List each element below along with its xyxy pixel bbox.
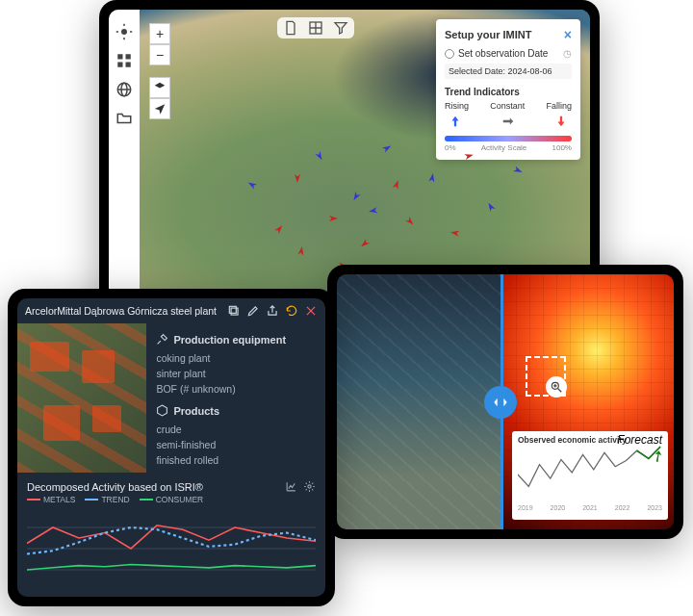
funnel-icon[interactable] <box>333 20 348 36</box>
plant-title: ArcelorMittal Dąbrowa Górnicza steel pla… <box>25 305 217 317</box>
grid-icon[interactable] <box>308 20 323 36</box>
map-marker[interactable] <box>367 204 380 218</box>
settings-icon[interactable] <box>303 480 316 493</box>
arrow-down-icon <box>554 115 568 128</box>
plant-app: ArcelorMittal Dąbrowa Górnicza steel pla… <box>17 298 325 597</box>
products-header: Products <box>156 404 316 417</box>
document-icon[interactable] <box>283 20 298 36</box>
edit-icon[interactable] <box>246 304 260 318</box>
arrow-right-icon <box>501 115 515 128</box>
decomp-header: Decomposed Activity based on ISRI® <box>17 473 325 495</box>
dashboard-icon[interactable] <box>116 52 133 69</box>
product-item: semi-finished <box>156 437 316 452</box>
compare-handle[interactable] <box>484 386 517 419</box>
imint-panel: Setup your IMINT × Set observation Date … <box>436 19 580 160</box>
tablet-compare: Observed economic activity Forecast ➚ 20… <box>327 265 683 539</box>
svg-point-23 <box>308 485 311 488</box>
legend-metals: METALS <box>27 495 75 504</box>
map-top-toolbar <box>277 17 354 38</box>
trend-falling-label: Falling <box>546 101 572 111</box>
swap-horizontal-icon <box>491 393 510 412</box>
decomp-title: Decomposed Activity based on ISRI® <box>27 481 203 493</box>
legend-trend: TREND <box>85 495 129 504</box>
forecast-sparkline <box>518 445 662 504</box>
close-icon[interactable] <box>304 304 318 318</box>
selected-date: Selected Date: 2024-08-06 <box>445 64 572 79</box>
equip-item: coking plant <box>156 350 316 366</box>
map-marker[interactable] <box>449 226 462 240</box>
forecast-chart-card: Observed economic activity Forecast ➚ 20… <box>512 431 668 520</box>
svg-rect-8 <box>126 63 131 67</box>
scale-max: 100% <box>552 143 572 152</box>
scale-label: Activity Scale <box>481 143 527 152</box>
product-item: crude <box>156 422 316 437</box>
radio-icon <box>445 49 454 59</box>
clock-icon: ◷ <box>563 48 572 59</box>
sun-icon[interactable] <box>116 23 133 40</box>
trend-header: Trend Indicators <box>445 87 572 97</box>
forecast-axis: 2019 2020 2021 2022 2023 <box>518 504 662 511</box>
svg-rect-20 <box>229 306 236 313</box>
decomp-chart: METALS TREND CONSUMER <box>17 495 325 597</box>
tablet-plant: ArcelorMittal Dąbrowa Górnicza steel pla… <box>8 289 335 606</box>
focus-region[interactable] <box>526 356 566 397</box>
equipment-header: Production equipment <box>156 333 316 346</box>
legend-consumer: CONSUMER <box>140 495 204 504</box>
trend-constant-label: Constant <box>490 101 525 111</box>
layers-button[interactable] <box>149 77 170 98</box>
plant-satellite-thumbnail[interactable] <box>17 323 146 473</box>
product-item: finished rolled <box>156 452 316 468</box>
equip-item: sinter plant <box>156 366 316 381</box>
folder-icon[interactable] <box>116 110 133 127</box>
imint-title: Setup your IMINT <box>445 29 531 40</box>
zoom-out-button[interactable]: − <box>149 44 170 65</box>
svg-line-16 <box>558 389 562 393</box>
globe-icon[interactable] <box>116 81 133 98</box>
plant-info-panel: Production equipment coking plant sinter… <box>146 323 325 473</box>
map-zoom-controls: + − <box>149 23 170 119</box>
compare-left-satellite[interactable] <box>337 274 502 529</box>
svg-rect-7 <box>117 63 122 67</box>
map-marker[interactable] <box>292 172 303 184</box>
package-icon <box>156 404 168 417</box>
trend-rising-label: Rising <box>445 101 469 111</box>
scale-min: 0% <box>445 143 456 152</box>
map-marker[interactable] <box>327 213 339 224</box>
svg-rect-6 <box>126 54 131 59</box>
arrow-up-icon <box>449 115 462 128</box>
svg-point-0 <box>121 29 127 35</box>
svg-rect-5 <box>117 54 122 59</box>
zoom-in-button[interactable]: + <box>149 23 170 44</box>
map-marker[interactable] <box>425 171 439 185</box>
tools-icon <box>156 333 168 346</box>
plant-header: ArcelorMittal Dąbrowa Górnicza steel pla… <box>17 298 325 323</box>
set-date-row[interactable]: Set observation Date ◷ <box>445 48 572 59</box>
compare-app: Observed economic activity Forecast ➚ 20… <box>337 274 674 529</box>
chart-icon[interactable] <box>285 480 297 493</box>
locate-button[interactable] <box>149 98 170 119</box>
svg-rect-19 <box>231 308 238 315</box>
activity-scale-bar <box>445 136 572 141</box>
refresh-icon[interactable] <box>285 304 298 318</box>
close-icon[interactable]: × <box>564 27 572 42</box>
share-icon[interactable] <box>266 304 279 318</box>
copy-icon[interactable] <box>227 304 241 318</box>
equip-item: BOF (# unknown) <box>156 381 316 397</box>
search-plus-icon <box>550 380 563 394</box>
magnify-button[interactable] <box>546 376 567 398</box>
forecast-label: Forecast <box>617 433 662 447</box>
